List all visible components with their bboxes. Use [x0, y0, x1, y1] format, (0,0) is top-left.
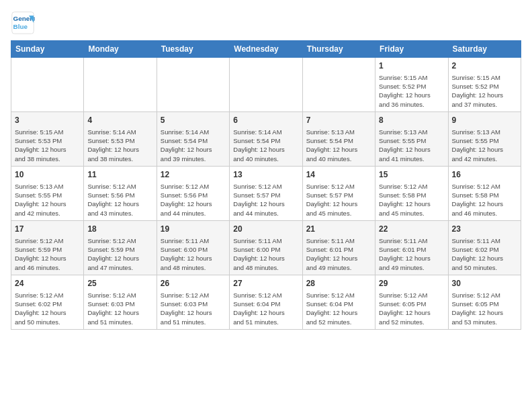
- header-cell-thursday: Thursday: [302, 41, 375, 58]
- day-cell: 19Sunrise: 5:11 AM Sunset: 6:00 PM Dayli…: [157, 220, 229, 275]
- day-cell: 9Sunrise: 5:13 AM Sunset: 5:55 PM Daylig…: [448, 111, 521, 166]
- day-cell: 1Sunrise: 5:15 AM Sunset: 5:52 PM Daylig…: [375, 58, 448, 112]
- day-cell: 26Sunrise: 5:12 AM Sunset: 6:03 PM Dayli…: [157, 275, 229, 329]
- day-number: 27: [233, 278, 298, 289]
- week-row-1: 1Sunrise: 5:15 AM Sunset: 5:52 PM Daylig…: [11, 58, 521, 112]
- day-info: Sunrise: 5:11 AM Sunset: 6:01 PM Dayligh…: [379, 236, 444, 272]
- day-number: 4: [87, 115, 152, 126]
- day-info: Sunrise: 5:12 AM Sunset: 6:02 PM Dayligh…: [15, 291, 80, 326]
- day-info: Sunrise: 5:11 AM Sunset: 6:01 PM Dayligh…: [306, 236, 371, 272]
- header-cell-friday: Friday: [375, 41, 448, 58]
- header-cell-saturday: Saturday: [448, 41, 521, 58]
- day-number: 21: [306, 224, 371, 235]
- day-cell: 11Sunrise: 5:12 AM Sunset: 5:56 PM Dayli…: [84, 166, 157, 220]
- day-number: 9: [452, 115, 517, 126]
- day-number: 20: [233, 224, 298, 235]
- day-cell: [157, 58, 229, 112]
- day-number: 14: [306, 169, 371, 181]
- day-cell: 20Sunrise: 5:11 AM Sunset: 6:00 PM Dayli…: [230, 220, 302, 275]
- logo-icon: General Blue: [11, 11, 35, 35]
- day-number: 19: [161, 224, 226, 235]
- day-cell: 29Sunrise: 5:12 AM Sunset: 6:05 PM Dayli…: [375, 275, 448, 329]
- day-info: Sunrise: 5:13 AM Sunset: 5:55 PM Dayligh…: [379, 128, 444, 163]
- day-info: Sunrise: 5:11 AM Sunset: 6:00 PM Dayligh…: [233, 236, 298, 272]
- day-info: Sunrise: 5:12 AM Sunset: 5:58 PM Dayligh…: [379, 182, 444, 218]
- day-cell: [230, 58, 302, 112]
- day-cell: 27Sunrise: 5:12 AM Sunset: 6:04 PM Dayli…: [230, 275, 302, 329]
- week-row-2: 3Sunrise: 5:15 AM Sunset: 5:53 PM Daylig…: [11, 111, 521, 166]
- day-info: Sunrise: 5:12 AM Sunset: 6:03 PM Dayligh…: [161, 291, 226, 326]
- day-cell: 6Sunrise: 5:14 AM Sunset: 5:54 PM Daylig…: [230, 111, 302, 166]
- day-cell: 17Sunrise: 5:12 AM Sunset: 5:59 PM Dayli…: [11, 220, 84, 275]
- day-number: 2: [452, 60, 517, 72]
- day-cell: 8Sunrise: 5:13 AM Sunset: 5:55 PM Daylig…: [375, 111, 448, 166]
- week-row-4: 17Sunrise: 5:12 AM Sunset: 5:59 PM Dayli…: [11, 220, 521, 275]
- day-info: Sunrise: 5:12 AM Sunset: 6:04 PM Dayligh…: [233, 291, 298, 326]
- day-info: Sunrise: 5:14 AM Sunset: 5:53 PM Dayligh…: [87, 128, 152, 163]
- day-cell: [84, 58, 157, 112]
- svg-text:Blue: Blue: [13, 23, 28, 30]
- day-info: Sunrise: 5:15 AM Sunset: 5:52 PM Dayligh…: [452, 73, 517, 109]
- day-info: Sunrise: 5:14 AM Sunset: 5:54 PM Dayligh…: [233, 128, 298, 163]
- week-row-5: 24Sunrise: 5:12 AM Sunset: 6:02 PM Dayli…: [11, 275, 521, 329]
- day-number: 24: [15, 278, 80, 289]
- day-number: 23: [452, 224, 517, 235]
- day-info: Sunrise: 5:12 AM Sunset: 5:59 PM Dayligh…: [15, 236, 80, 272]
- day-cell: 13Sunrise: 5:12 AM Sunset: 5:57 PM Dayli…: [230, 166, 302, 220]
- day-info: Sunrise: 5:15 AM Sunset: 5:52 PM Dayligh…: [379, 73, 444, 109]
- day-number: 28: [306, 278, 371, 289]
- day-number: 3: [15, 115, 80, 126]
- day-number: 16: [452, 169, 517, 181]
- day-cell: 16Sunrise: 5:12 AM Sunset: 5:58 PM Dayli…: [448, 166, 521, 220]
- header-row: SundayMondayTuesdayWednesdayThursdayFrid…: [11, 41, 521, 58]
- header-cell-sunday: Sunday: [11, 41, 84, 58]
- day-cell: 21Sunrise: 5:11 AM Sunset: 6:01 PM Dayli…: [302, 220, 375, 275]
- day-number: 7: [306, 115, 371, 126]
- day-cell: [11, 58, 84, 112]
- day-info: Sunrise: 5:11 AM Sunset: 6:02 PM Dayligh…: [452, 236, 517, 272]
- day-number: 18: [87, 224, 152, 235]
- day-number: 12: [161, 169, 226, 181]
- day-cell: 22Sunrise: 5:11 AM Sunset: 6:01 PM Dayli…: [375, 220, 448, 275]
- day-number: 6: [233, 115, 298, 126]
- day-info: Sunrise: 5:12 AM Sunset: 5:58 PM Dayligh…: [452, 182, 517, 218]
- day-info: Sunrise: 5:12 AM Sunset: 6:05 PM Dayligh…: [379, 291, 444, 326]
- day-info: Sunrise: 5:12 AM Sunset: 5:57 PM Dayligh…: [233, 182, 298, 218]
- day-info: Sunrise: 5:14 AM Sunset: 5:54 PM Dayligh…: [161, 128, 226, 163]
- day-info: Sunrise: 5:12 AM Sunset: 6:04 PM Dayligh…: [306, 291, 371, 326]
- day-number: 10: [15, 169, 80, 181]
- day-info: Sunrise: 5:13 AM Sunset: 5:55 PM Dayligh…: [452, 128, 517, 163]
- day-info: Sunrise: 5:13 AM Sunset: 5:54 PM Dayligh…: [306, 128, 371, 163]
- day-cell: 18Sunrise: 5:12 AM Sunset: 5:59 PM Dayli…: [84, 220, 157, 275]
- day-number: 5: [161, 115, 226, 126]
- page-header: General Blue: [11, 11, 521, 35]
- day-cell: 5Sunrise: 5:14 AM Sunset: 5:54 PM Daylig…: [157, 111, 229, 166]
- day-info: Sunrise: 5:12 AM Sunset: 6:05 PM Dayligh…: [452, 291, 517, 326]
- day-number: 13: [233, 169, 298, 181]
- day-cell: 4Sunrise: 5:14 AM Sunset: 5:53 PM Daylig…: [84, 111, 157, 166]
- day-cell: 2Sunrise: 5:15 AM Sunset: 5:52 PM Daylig…: [448, 58, 521, 112]
- day-cell: 14Sunrise: 5:12 AM Sunset: 5:57 PM Dayli…: [302, 166, 375, 220]
- day-number: 25: [87, 278, 152, 289]
- logo: General Blue: [11, 11, 35, 35]
- day-cell: 10Sunrise: 5:13 AM Sunset: 5:55 PM Dayli…: [11, 166, 84, 220]
- day-info: Sunrise: 5:15 AM Sunset: 5:53 PM Dayligh…: [15, 128, 80, 163]
- day-number: 30: [452, 278, 517, 289]
- day-number: 17: [15, 224, 80, 235]
- day-info: Sunrise: 5:12 AM Sunset: 5:56 PM Dayligh…: [161, 182, 226, 218]
- day-number: 1: [379, 60, 444, 72]
- day-number: 8: [379, 115, 444, 126]
- day-number: 11: [87, 169, 152, 181]
- day-number: 29: [379, 278, 444, 289]
- calendar-table: SundayMondayTuesdayWednesdayThursdayFrid…: [11, 40, 521, 330]
- day-cell: 24Sunrise: 5:12 AM Sunset: 6:02 PM Dayli…: [11, 275, 84, 329]
- day-info: Sunrise: 5:12 AM Sunset: 5:57 PM Dayligh…: [306, 182, 371, 218]
- day-cell: 30Sunrise: 5:12 AM Sunset: 6:05 PM Dayli…: [448, 275, 521, 329]
- day-number: 22: [379, 224, 444, 235]
- header-cell-tuesday: Tuesday: [157, 41, 229, 58]
- day-info: Sunrise: 5:12 AM Sunset: 5:59 PM Dayligh…: [87, 236, 152, 272]
- day-cell: 25Sunrise: 5:12 AM Sunset: 6:03 PM Dayli…: [84, 275, 157, 329]
- day-cell: 23Sunrise: 5:11 AM Sunset: 6:02 PM Dayli…: [448, 220, 521, 275]
- header-cell-wednesday: Wednesday: [230, 41, 302, 58]
- day-cell: 12Sunrise: 5:12 AM Sunset: 5:56 PM Dayli…: [157, 166, 229, 220]
